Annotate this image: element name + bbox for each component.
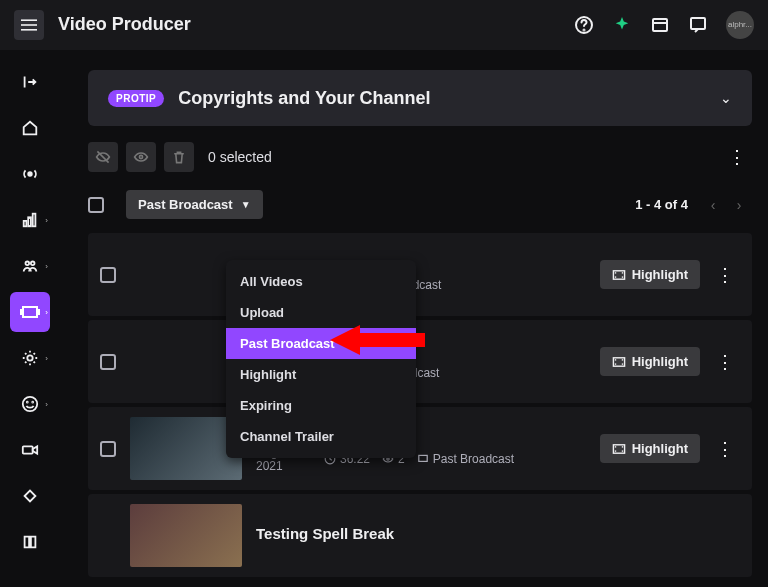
svg-point-34 bbox=[387, 458, 389, 460]
svg-rect-1 bbox=[21, 24, 37, 26]
filter-dropdown-button[interactable]: Past Broadcast ▼ bbox=[126, 190, 263, 219]
video-title[interactable]: Testing Spell Break bbox=[256, 525, 740, 542]
svg-rect-38 bbox=[614, 450, 615, 451]
sidebar: › › › › › bbox=[0, 50, 60, 587]
sidebar-settings[interactable]: › bbox=[10, 338, 50, 378]
protip-banner[interactable]: PROTIP Copyrights and Your Channel ⌄ bbox=[88, 70, 752, 126]
row-more-button[interactable]: ⋮ bbox=[710, 434, 740, 464]
svg-rect-30 bbox=[614, 363, 615, 364]
help-button[interactable] bbox=[574, 15, 594, 35]
sidebar-community[interactable]: › bbox=[10, 246, 50, 286]
svg-rect-23 bbox=[621, 272, 622, 273]
gear-icon bbox=[21, 349, 39, 367]
sidebar-extensions[interactable] bbox=[10, 476, 50, 516]
avatar[interactable]: alphr... bbox=[726, 11, 754, 39]
prev-page-button[interactable]: ‹ bbox=[700, 192, 726, 218]
svg-rect-36 bbox=[613, 444, 624, 452]
eye-icon bbox=[133, 149, 149, 165]
svg-point-11 bbox=[26, 262, 30, 266]
dropdown-item-all-videos[interactable]: All Videos bbox=[226, 266, 416, 297]
inbox-icon bbox=[650, 15, 670, 35]
video-type: Past Broadcast bbox=[417, 452, 514, 466]
home-icon bbox=[21, 119, 39, 137]
dropdown-item-highlight[interactable]: Highlight bbox=[226, 359, 416, 390]
extensions-icon bbox=[21, 487, 39, 505]
svg-point-12 bbox=[31, 262, 35, 266]
svg-rect-13 bbox=[23, 307, 37, 317]
svg-rect-24 bbox=[621, 276, 622, 277]
annotation-arrow bbox=[330, 320, 430, 360]
svg-rect-40 bbox=[621, 450, 622, 451]
topbar: Video Producer alphr... bbox=[0, 0, 768, 50]
row-more-button[interactable]: ⋮ bbox=[710, 260, 740, 290]
svg-rect-21 bbox=[614, 272, 615, 273]
sparkle-icon bbox=[613, 16, 631, 34]
chat-icon bbox=[688, 15, 708, 35]
help-icon bbox=[574, 15, 594, 35]
svg-rect-5 bbox=[653, 19, 667, 31]
svg-point-16 bbox=[27, 402, 28, 403]
svg-rect-22 bbox=[614, 276, 615, 277]
highlight-button[interactable]: Highlight bbox=[600, 260, 700, 289]
sidebar-stream[interactable] bbox=[10, 154, 50, 194]
video-thumbnail[interactable] bbox=[130, 504, 242, 567]
topbar-actions: alphr... bbox=[574, 11, 754, 39]
camera-icon bbox=[21, 441, 39, 459]
highlight-button[interactable]: Highlight bbox=[600, 347, 700, 376]
svg-rect-35 bbox=[419, 455, 427, 461]
svg-rect-9 bbox=[28, 217, 31, 226]
dropdown-item-channel-trailer[interactable]: Channel Trailer bbox=[226, 421, 416, 452]
page-title: Video Producer bbox=[58, 14, 191, 35]
menu-button[interactable] bbox=[14, 10, 44, 40]
sidebar-content[interactable]: › bbox=[10, 292, 50, 332]
stream-icon bbox=[21, 165, 39, 183]
docs-icon bbox=[21, 533, 39, 551]
row-more-button[interactable]: ⋮ bbox=[710, 347, 740, 377]
sidebar-home[interactable] bbox=[10, 108, 50, 148]
svg-point-7 bbox=[28, 172, 32, 176]
content-icon bbox=[20, 302, 40, 322]
pagination-label: 1 - 4 of 4 bbox=[635, 197, 688, 212]
svg-rect-0 bbox=[21, 19, 37, 21]
sidebar-collapse[interactable] bbox=[10, 62, 50, 102]
toolbar-more-button[interactable]: ⋮ bbox=[722, 142, 752, 172]
chevron-down-icon: ⌄ bbox=[720, 90, 732, 106]
video-row: Bisaya Gaming August 7, 2021 36:22 2 Pas… bbox=[88, 407, 752, 490]
svg-rect-2 bbox=[21, 29, 37, 31]
sidebar-emotes[interactable]: › bbox=[10, 384, 50, 424]
sparkle-button[interactable] bbox=[612, 15, 632, 35]
trash-icon bbox=[171, 149, 187, 165]
delete-button[interactable] bbox=[164, 142, 194, 172]
next-page-button[interactable]: › bbox=[726, 192, 752, 218]
film-icon bbox=[612, 268, 626, 282]
svg-rect-20 bbox=[613, 270, 624, 278]
row-checkbox[interactable] bbox=[100, 267, 116, 283]
film-icon bbox=[612, 355, 626, 369]
sidebar-analytics[interactable]: › bbox=[10, 200, 50, 240]
chevron-down-icon: ▼ bbox=[241, 199, 251, 210]
filter-row: Past Broadcast ▼ 1 - 4 of 4 ‹ › bbox=[88, 190, 752, 219]
select-all-checkbox[interactable] bbox=[88, 197, 104, 213]
row-checkbox[interactable] bbox=[100, 441, 116, 457]
sidebar-camera[interactable] bbox=[10, 430, 50, 470]
publish-button[interactable] bbox=[126, 142, 156, 172]
svg-rect-18 bbox=[23, 446, 33, 453]
svg-rect-8 bbox=[24, 221, 27, 226]
svg-rect-6 bbox=[691, 18, 705, 29]
svg-rect-28 bbox=[613, 357, 624, 365]
highlight-button[interactable]: Highlight bbox=[600, 434, 700, 463]
svg-rect-10 bbox=[33, 214, 36, 227]
emote-icon bbox=[21, 395, 39, 413]
protip-badge: PROTIP bbox=[108, 90, 164, 107]
video-row: ya Gaming stBroadcast Highlight ⋮ bbox=[88, 233, 752, 316]
chat-button[interactable] bbox=[688, 15, 708, 35]
community-icon bbox=[21, 257, 39, 275]
inbox-button[interactable] bbox=[650, 15, 670, 35]
sidebar-docs[interactable] bbox=[10, 522, 50, 562]
row-checkbox[interactable] bbox=[100, 354, 116, 370]
filter-label: Past Broadcast bbox=[138, 197, 233, 212]
svg-point-19 bbox=[139, 155, 142, 158]
dropdown-item-expiring[interactable]: Expiring bbox=[226, 390, 416, 421]
eye-off-icon bbox=[95, 149, 111, 165]
unpublish-button[interactable] bbox=[88, 142, 118, 172]
